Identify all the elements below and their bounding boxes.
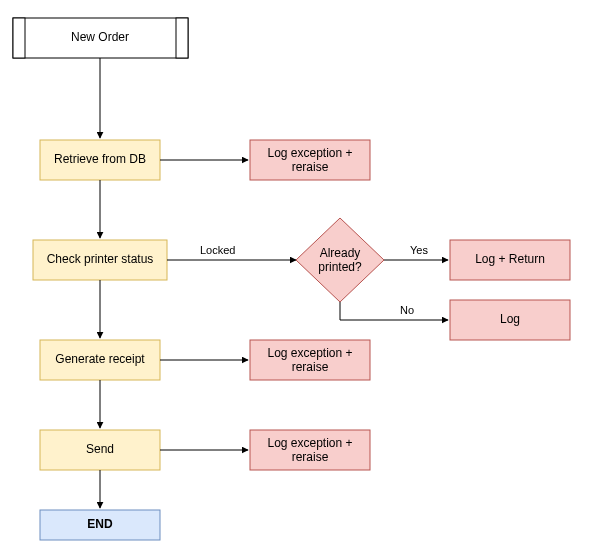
node-already-printed: Already printed? [296,218,384,302]
flowchart-diagram: New Order Retrieve from DB Log exception… [0,0,593,556]
node-retrieve-error: Log exception + reraise [250,140,370,180]
node-generate-error-label2: reraise [292,360,329,374]
node-log-return-label: Log + Return [475,252,545,266]
node-already-printed-label2: printed? [318,260,362,274]
node-check-printer-label: Check printer status [47,252,154,266]
node-generate-error: Log exception + reraise [250,340,370,380]
edge-label-no: No [400,304,414,316]
node-already-printed-label1: Already [320,246,361,260]
edge-label-locked: Locked [200,244,235,256]
svg-rect-1 [13,18,25,58]
node-retrieve-db-label: Retrieve from DB [54,152,146,166]
edge-printed-no [340,302,448,320]
edge-label-yes: Yes [410,244,428,256]
node-new-order: New Order [13,18,188,58]
node-log: Log [450,300,570,340]
node-retrieve-error-label1: Log exception + [267,146,352,160]
node-new-order-label: New Order [71,30,129,44]
node-generate-receipt-label: Generate receipt [55,352,145,366]
node-send-error-label2: reraise [292,450,329,464]
node-retrieve-db: Retrieve from DB [40,140,160,180]
node-send: Send [40,430,160,470]
node-send-error-label1: Log exception + [267,436,352,450]
node-send-label: Send [86,442,114,456]
node-end: END [40,510,160,540]
svg-rect-2 [176,18,188,58]
node-log-return: Log + Return [450,240,570,280]
node-check-printer: Check printer status [33,240,167,280]
node-send-error: Log exception + reraise [250,430,370,470]
node-generate-error-label1: Log exception + [267,346,352,360]
node-end-label: END [87,517,113,531]
node-generate-receipt: Generate receipt [40,340,160,380]
node-retrieve-error-label2: reraise [292,160,329,174]
node-log-label: Log [500,312,520,326]
